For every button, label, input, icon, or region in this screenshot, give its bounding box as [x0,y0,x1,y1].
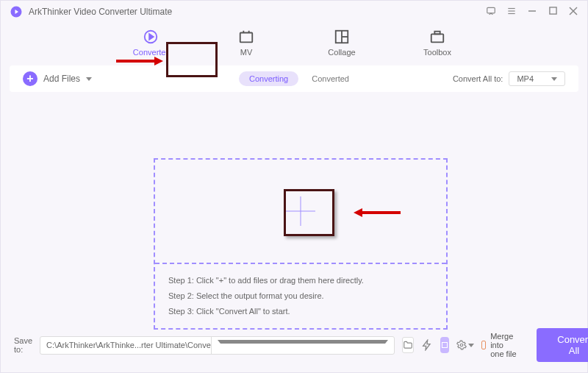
tab-toolbox[interactable]: Toolbox [415,29,459,57]
chevron-down-icon [468,344,474,347]
settings-button[interactable] [456,337,474,353]
checkbox-icon [481,341,486,349]
svg-rect-14 [240,33,253,43]
merge-checkbox[interactable]: Merge into one file [481,332,517,358]
steps-text: Step 1: Click "+" to add files or drag t… [155,264,446,328]
seg-converted[interactable]: Converted [301,71,359,86]
tab-mv-label: MV [240,48,253,57]
svg-marker-11 [154,57,163,65]
titlebar: ArkThinker Video Converter Ultimate [1,1,587,23]
annotation-box-converter [166,42,218,77]
svg-rect-20 [431,34,444,42]
convert-all-to-label: Convert All to: [453,74,503,83]
main-tabs: Converter MV Collage Toolbox [1,23,587,65]
gpu-button[interactable] [440,337,449,353]
drop-upper[interactable] [155,160,446,263]
step1: Step 1: Click "+" to add files or drag t… [168,273,433,288]
step2: Step 2: Select the output format you des… [168,288,433,304]
open-folder-button[interactable] [402,337,414,353]
svg-marker-13 [149,34,154,39]
tab-mv[interactable]: MV [224,29,268,57]
dropzone[interactable]: Step 1: Click "+" to add files or drag t… [154,158,448,330]
svg-marker-23 [354,208,362,217]
tab-collage[interactable]: Collage [320,29,364,57]
svg-rect-21 [434,32,440,35]
plus-icon: + [23,71,37,86]
save-path-dropdown[interactable] [211,337,394,354]
app-logo-icon [10,5,23,18]
output-format-select[interactable]: MP4 [509,71,565,86]
add-files-button[interactable]: + Add Files [23,71,92,86]
add-files-label: Add Files [43,74,80,84]
tab-collage-label: Collage [328,48,355,57]
seg-converting[interactable]: Converting [239,71,298,86]
svg-rect-7 [549,7,556,14]
save-path-box[interactable]: C:\ArkThinker\ArkThinke...rter Ultimate\… [40,336,395,355]
status-segmented: Converting Converted [239,71,359,86]
maximize-button[interactable] [548,7,558,17]
toolbar: + Add Files Converting Converted Convert… [10,65,578,92]
annotation-box-plus [284,189,334,236]
step3: Step 3: Click "Convert All" to start. [168,304,433,319]
feedback-icon[interactable] [486,6,496,18]
chevron-down-icon [551,77,557,81]
main-area: Step 1: Click "+" to add files or drag t… [1,92,587,321]
close-button[interactable] [568,7,578,18]
save-to-label: Save to: [14,336,32,354]
app-title: ArkThinker Video Converter Ultimate [29,7,172,17]
tab-toolbox-label: Toolbox [423,48,451,57]
annotation-arrow-2 [354,207,401,219]
svg-rect-2 [487,7,495,13]
menu-icon[interactable] [506,6,517,18]
annotation-arrow-1 [116,55,163,67]
chevron-down-icon [218,340,388,349]
output-format-value: MP4 [517,74,534,83]
save-path-value: C:\ArkThinker\ArkThinke...rter Ultimate\… [40,338,211,352]
svg-rect-24 [442,343,448,348]
merge-label: Merge into one file [490,332,517,358]
convert-all-button[interactable]: Convert All [537,328,588,362]
hardware-accel-button[interactable] [421,337,433,353]
svg-point-25 [460,344,463,347]
minimize-button[interactable] [527,7,537,18]
chevron-down-icon [86,77,92,81]
